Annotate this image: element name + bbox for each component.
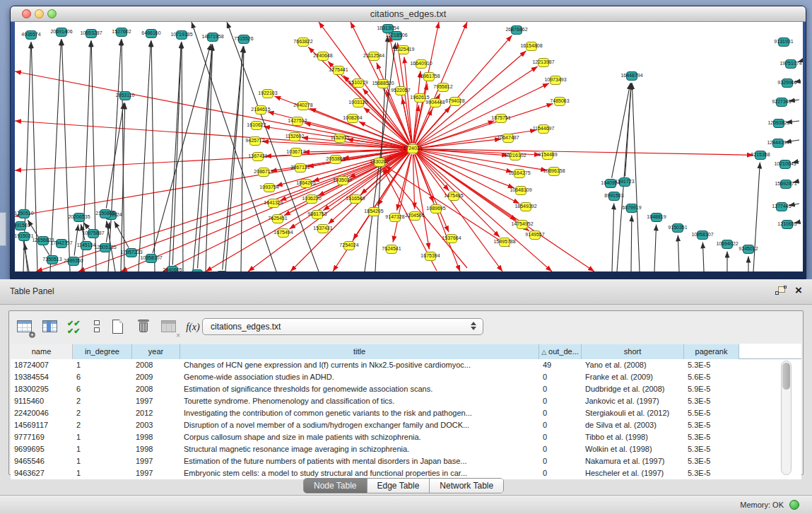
table-row[interactable]: 1830029562008Estimation of significance … xyxy=(11,383,801,395)
float-panel-icon[interactable] xyxy=(775,286,788,297)
table-row[interactable]: 1938455462009Genome-wide association stu… xyxy=(11,371,801,383)
graph-node[interactable]: 1350510 xyxy=(18,209,30,218)
function-builder-icon[interactable]: f(x) xyxy=(183,317,203,337)
graph-node[interactable]: 1152602 xyxy=(289,132,300,141)
graph-node[interactable]: 9131931 xyxy=(778,37,789,47)
graph-node[interactable]: 1003120 xyxy=(353,98,364,107)
tab-edge-table[interactable]: Edge Table xyxy=(367,479,430,493)
graph-node[interactable]: 1915031 xyxy=(18,232,30,241)
graph-node[interactable]: 2089350 xyxy=(68,257,79,266)
graph-node[interactable]: 1537431 xyxy=(317,224,329,233)
table-scrollbar[interactable] xyxy=(781,361,792,475)
graph-node[interactable]: 9861753 xyxy=(312,210,323,219)
graph-node[interactable]: 15692871 xyxy=(780,180,792,189)
graph-node[interactable]: 20691406 xyxy=(56,28,67,37)
graph-node[interactable]: 18313054 xyxy=(382,24,394,33)
column-header-title[interactable]: title xyxy=(180,344,539,359)
graph-node[interactable]: 20206535 xyxy=(73,213,85,222)
graph-node[interactable]: 9147328 xyxy=(389,213,401,222)
delete-column-icon[interactable] xyxy=(134,317,153,337)
graph-node[interactable]: 2040605 xyxy=(167,266,178,271)
row-height-icon[interactable] xyxy=(87,317,107,337)
graph-node[interactable]: 2240648 xyxy=(317,52,329,61)
graph-node[interactable]: 16961758 xyxy=(423,72,435,81)
graph-node[interactable]: 2204506 xyxy=(409,211,420,221)
graph-node[interactable]: 2150805 xyxy=(100,209,111,218)
column-header-name[interactable]: name xyxy=(11,344,73,359)
graph-node[interactable]: 26876862 xyxy=(511,25,522,35)
graph-node[interactable]: 12505135 xyxy=(100,243,111,252)
graph-node[interactable]: 7515526 xyxy=(238,35,249,44)
graph-node[interactable]: 2053861 xyxy=(330,155,341,164)
graph-node[interactable]: 11325419 xyxy=(398,45,409,54)
graph-node[interactable]: 1962615 xyxy=(414,93,425,103)
graph-node[interactable]: 16640910 xyxy=(416,59,427,69)
graph-node[interactable]: 1675394 xyxy=(425,252,436,261)
graph-node[interactable]: 1537664 xyxy=(446,234,457,243)
graph-node[interactable]: 10958107 xyxy=(697,230,708,240)
graph-node[interactable]: 9522057 xyxy=(395,86,406,95)
graph-node[interactable]: 9150351 xyxy=(672,223,683,233)
graph-node[interactable]: 12213987 xyxy=(538,58,549,67)
graph-node[interactable]: 17942757 xyxy=(56,239,67,248)
graph-node[interactable]: 1275441 xyxy=(333,66,344,75)
graph-node[interactable]: 1093754 xyxy=(264,183,275,192)
graph-node[interactable]: 7350513 xyxy=(47,255,58,264)
graph-node[interactable]: 12444194 xyxy=(772,139,784,148)
graph-node[interactable]: 7624541 xyxy=(386,245,397,254)
network-canvas[interactable]: 1724031766382222406481275441151027915218… xyxy=(15,22,803,271)
graph-node[interactable]: 9154489 xyxy=(542,151,553,160)
graph-node[interactable]: 16164275 xyxy=(514,169,525,178)
graph-node[interactable]: 10358107 xyxy=(146,254,157,263)
table-selector-dropdown[interactable]: citations_edges.txt xyxy=(202,318,483,335)
graph-node[interactable]: 1089695 xyxy=(430,204,442,214)
graph-node[interactable]: 7254024 xyxy=(343,241,355,250)
graph-node[interactable]: 1510279 xyxy=(353,78,364,88)
graph-node[interactable]: 1640954 xyxy=(605,179,616,188)
graph-node[interactable]: 1757504 xyxy=(216,271,228,271)
graph-node[interactable]: 10647487 xyxy=(502,134,514,143)
graph-node[interactable]: 1152935 xyxy=(334,134,346,143)
table-mode-icon[interactable] xyxy=(15,317,35,337)
column-header-out_de[interactable]: △out_de... xyxy=(539,344,582,359)
graph-node[interactable]: 9149557 xyxy=(529,230,541,240)
table-scrollbar-thumb[interactable] xyxy=(782,363,790,390)
graph-node[interactable]: 1036713 xyxy=(290,148,302,157)
graph-node[interactable]: 6879919 xyxy=(626,204,637,213)
table-row[interactable]: 946554611997Estimation of the future num… xyxy=(11,455,801,467)
graph-node[interactable]: 1848819 xyxy=(651,213,662,222)
graph-node[interactable]: 2053110 xyxy=(119,91,131,100)
graph-node[interactable]: 1064951 xyxy=(192,269,203,271)
graph-node[interactable]: 9391503 xyxy=(15,221,26,230)
select-all-icon[interactable]: ✔✔✔✔ xyxy=(66,317,86,337)
graph-node[interactable]: 10648109 xyxy=(515,186,526,195)
graph-node[interactable]: 9245012 xyxy=(743,245,754,254)
graph-node[interactable]: 2086713 xyxy=(258,168,269,177)
graph-node[interactable]: 1830202 xyxy=(374,158,385,167)
graph-node[interactable]: 9329966 xyxy=(782,78,793,88)
graph-node[interactable]: 10719185 xyxy=(176,30,187,40)
graph-node[interactable]: 10210643 xyxy=(779,160,791,169)
graph-node[interactable]: 14671958 xyxy=(207,33,218,42)
table-row[interactable]: 1872400712008Changes of HCN gene express… xyxy=(11,359,801,371)
graph-node[interactable]: 3867131 xyxy=(295,163,306,173)
table-row[interactable]: 911546021997Tourette syndrome. Phenomeno… xyxy=(11,395,801,407)
graph-node[interactable]: 10694022 xyxy=(722,240,733,249)
graph-node[interactable]: 1724031 xyxy=(407,144,418,153)
graph-node[interactable]: 1277445 xyxy=(776,202,787,211)
graph-node[interactable]: 16154808 xyxy=(526,42,537,51)
graph-node[interactable]: 6466160 xyxy=(146,29,157,38)
graph-node[interactable]: 1008204 xyxy=(347,114,358,123)
graph-node[interactable]: 13216102 xyxy=(510,151,521,160)
show-columns-icon[interactable] xyxy=(40,317,60,337)
table-row[interactable]: 977716911998Corpus callosum shape and si… xyxy=(11,431,801,443)
graph-node[interactable]: 1427512 xyxy=(292,117,303,126)
graph-node[interactable]: 4035574 xyxy=(25,30,37,40)
graph-node[interactable]: 9904448 xyxy=(430,98,441,107)
graph-node[interactable]: 8991503 xyxy=(608,192,620,201)
tab-node-table[interactable]: Node Table xyxy=(304,479,367,493)
graph-node[interactable]: 19751074 xyxy=(785,59,796,69)
table-row[interactable]: 2242004622012Investigating the contribut… xyxy=(11,407,801,419)
graph-node[interactable]: 12156823 xyxy=(37,236,49,245)
close-panel-icon[interactable]: × xyxy=(792,284,805,298)
